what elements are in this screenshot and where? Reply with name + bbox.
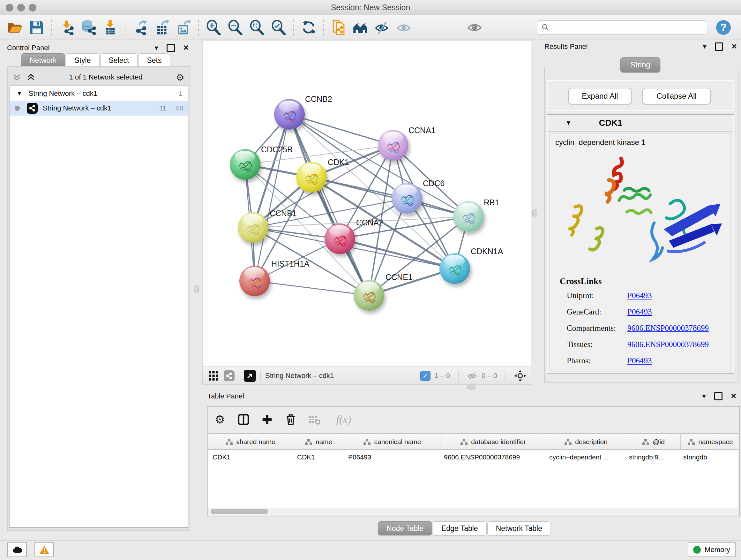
expand-all-button[interactable]: Expand All	[568, 88, 631, 105]
tab-string[interactable]: String	[620, 57, 660, 72]
close-panel-icon[interactable]: ✕	[731, 392, 737, 400]
add-column-icon[interactable]	[259, 411, 276, 428]
crosslink-link[interactable]: P06493	[627, 291, 652, 300]
network-edge-CCNB2-HIST1H1A[interactable]	[255, 114, 289, 281]
network-node-HIST1H1A[interactable]	[239, 266, 270, 296]
network-node-CCNA1[interactable]	[378, 130, 408, 161]
column-header--id[interactable]: @id	[626, 434, 681, 449]
bottom-splitter-handle[interactable]	[467, 385, 475, 389]
export-table-button[interactable]	[153, 19, 171, 36]
save-session-button[interactable]	[28, 19, 45, 36]
selected-indicator-checkbox[interactable]: ✓	[420, 371, 430, 381]
crosslink-link[interactable]: 9606.ENSP00000378699	[627, 340, 709, 349]
float-panel-icon[interactable]	[714, 392, 723, 400]
network-edge-CCNB2-CCNA1[interactable]	[289, 114, 393, 145]
network-node-CDC6[interactable]	[392, 183, 422, 213]
network-edge-CDK1-RB1[interactable]	[312, 177, 468, 216]
show-columns-icon[interactable]	[235, 411, 252, 428]
table-row[interactable]: CDK1CDK1P064939606.ENSP00000378699cyclin…	[208, 450, 738, 464]
export-network-button[interactable]	[131, 19, 149, 36]
tab-node-table[interactable]: Node Table	[378, 521, 432, 536]
table-hscrollbar[interactable]	[208, 508, 738, 515]
delete-column-trash-icon[interactable]	[282, 411, 299, 428]
inspector-eye-button[interactable]	[466, 19, 483, 36]
column-header-name[interactable]: name	[293, 434, 344, 449]
network-node-CCNE1[interactable]	[354, 280, 384, 311]
show-all-button[interactable]	[395, 19, 412, 36]
gear-icon[interactable]: ⚙	[176, 72, 185, 83]
table-cell[interactable]: stringdb:9...	[624, 453, 679, 461]
fit-content-crosshair-icon[interactable]	[514, 370, 526, 382]
right-splitter-handle[interactable]	[532, 209, 537, 217]
float-panel-icon[interactable]	[715, 43, 723, 51]
zoom-window-button[interactable]	[29, 4, 37, 11]
zoom-selected-button[interactable]	[270, 19, 287, 36]
crosslink-link[interactable]: P06493	[627, 356, 652, 365]
close-panel-icon[interactable]: ✕	[183, 44, 189, 52]
tab-sets[interactable]: Sets	[138, 53, 170, 67]
network-node-CCNB1[interactable]	[238, 212, 268, 243]
tab-style[interactable]: Style	[66, 53, 99, 67]
entry-expander-icon[interactable]: ▼	[565, 119, 571, 126]
network-edge-HIST1H1A-CCNE1[interactable]	[255, 281, 369, 295]
zoom-in-button[interactable]	[205, 19, 222, 36]
table-cell[interactable]: stringdb	[679, 453, 738, 461]
table-cell[interactable]: 9606.ENSP00000378699	[440, 453, 545, 461]
column-header-description[interactable]: description	[546, 434, 626, 449]
tab-network[interactable]: Network	[21, 53, 65, 67]
panel-menu-icon[interactable]: ▾	[702, 392, 706, 400]
open-session-button[interactable]	[6, 19, 23, 36]
zoom-out-button[interactable]	[226, 19, 244, 36]
import-table-button[interactable]	[102, 19, 119, 36]
home-button[interactable]	[352, 19, 369, 36]
network-row-selected[interactable]: String Network – cdk1 11 48	[10, 101, 188, 116]
network-node-CDKN1A[interactable]	[440, 253, 470, 284]
table-hscroll-thumb[interactable]	[211, 509, 268, 514]
column-header-namespace[interactable]: namespace	[681, 434, 740, 449]
tab-network-table[interactable]: Network Table	[487, 521, 551, 536]
panel-menu-icon[interactable]: ▾	[155, 44, 158, 52]
export-image-button[interactable]	[175, 19, 192, 36]
column-header-canonical-name[interactable]: canonical name	[344, 434, 441, 449]
import-network-file-button[interactable]	[58, 19, 75, 36]
table-cell[interactable]: cyclin–dependent ...	[545, 453, 624, 461]
table-gear-icon[interactable]: ⚙	[211, 411, 228, 428]
network-node-CCNB2[interactable]	[274, 99, 305, 130]
network-node-CDC25B[interactable]	[230, 149, 260, 180]
left-splitter-handle[interactable]	[194, 285, 199, 294]
memory-button[interactable]: Memory	[688, 543, 736, 557]
expand-all-icon[interactable]	[26, 72, 36, 82]
tree-expander-icon[interactable]: ▼	[17, 90, 22, 97]
collapse-all-icon[interactable]	[12, 72, 22, 82]
minimize-window-button[interactable]	[17, 4, 25, 11]
network-node-CDK1[interactable]	[296, 162, 327, 192]
network-canvas[interactable]: CCNB2CCNA1CDC25BCDK1CDC6RB1CCNB1CCNA2CDK…	[202, 41, 531, 367]
results-entry-header[interactable]: ▼ CDK1	[547, 114, 733, 132]
birds-eye-view-icon[interactable]	[244, 370, 256, 382]
grid-view-icon[interactable]	[208, 370, 219, 381]
hide-selected-button[interactable]	[374, 19, 391, 36]
zoom-fit-button[interactable]	[248, 19, 266, 36]
crosslink-link[interactable]: 9606.ENSP00000378699	[627, 324, 709, 333]
network-node-CCNA2[interactable]	[325, 224, 355, 254]
warnings-button[interactable]	[35, 543, 54, 557]
table-cell[interactable]: CDK1	[208, 453, 293, 461]
import-network-database-button[interactable]	[80, 19, 97, 36]
close-panel-icon[interactable]: ✕	[731, 43, 737, 51]
network-node-RB1[interactable]	[453, 201, 484, 232]
column-header-shared-name[interactable]: shared name	[208, 434, 293, 449]
panel-menu-icon[interactable]: ▾	[703, 43, 706, 51]
network-collection-row[interactable]: ▼ String Network – cdk1 1	[10, 86, 188, 101]
collapse-all-button[interactable]: Collapse All	[643, 88, 711, 105]
apply-layout-button[interactable]	[300, 19, 317, 36]
network-view-share-icon[interactable]	[224, 370, 234, 381]
tab-edge-table[interactable]: Edge Table	[433, 521, 487, 536]
cloud-button[interactable]	[7, 543, 27, 557]
crosslink-link[interactable]: P06493	[627, 307, 652, 316]
float-panel-icon[interactable]	[166, 44, 175, 52]
search-input[interactable]	[537, 20, 707, 35]
help-button[interactable]: ?	[716, 20, 731, 35]
table-cell[interactable]: P06493	[344, 453, 440, 461]
table-cell[interactable]: CDK1	[293, 453, 344, 461]
close-window-button[interactable]	[6, 4, 13, 11]
